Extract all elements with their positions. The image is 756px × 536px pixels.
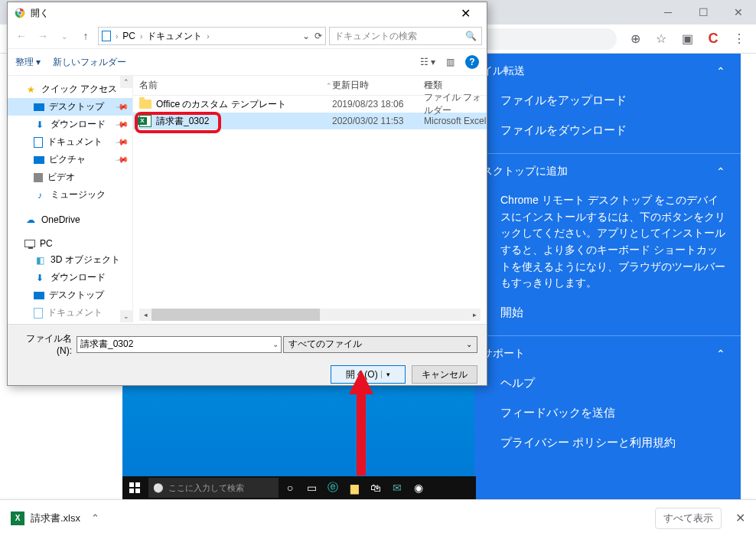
combo-dropdown-icon[interactable]: ⌄: [272, 340, 279, 348]
chevron-up-icon[interactable]: ⌃: [91, 512, 99, 524]
mail-icon[interactable]: ✉: [387, 477, 407, 498]
file-row-selected[interactable]: 請求書_0302 2020/03/02 11:53 Microsoft Exce…: [133, 113, 487, 129]
breadcrumb-documents[interactable]: ドキュメント: [147, 30, 202, 43]
help-icon[interactable]: ?: [465, 55, 479, 69]
file-list: 名前⌃ 更新日時 種類 Office のカスタム テンプレート 2019/08/…: [133, 76, 487, 322]
col-name[interactable]: 名前⌃: [139, 79, 332, 92]
col-type[interactable]: 種類: [424, 79, 487, 92]
downloads-icon: ⬇: [34, 272, 46, 284]
view-options-button[interactable]: ☷ ▾: [420, 57, 435, 67]
pin-icon: 📌: [115, 152, 129, 167]
nav-up-button[interactable]: ↑: [77, 27, 95, 45]
start-item[interactable]: 開始: [474, 298, 741, 328]
taskbar: ⚪ ここに入力して検索 ○ ▭ ⓔ ▆ 🛍 ✉ ◉: [122, 476, 476, 499]
section-label: スクトップに追加: [482, 165, 568, 178]
dialog-title: 開く: [31, 7, 49, 20]
breadcrumb-pc[interactable]: PC: [122, 31, 135, 41]
tree-music[interactable]: ♪ミュージック: [8, 186, 132, 204]
dialog-footer: ファイル名(N): ⌄ すべてのファイル ⌄ 開く(O)▾ キャンセル: [8, 324, 487, 385]
nav-back-button[interactable]: ←: [12, 27, 31, 45]
tree-3d-objects[interactable]: ◧3D オブジェクト: [8, 251, 132, 269]
search-placeholder: ドキュメントの検索: [334, 30, 417, 43]
download-filename: 請求書.xlsx: [31, 511, 80, 525]
pin-icon: 📌: [115, 135, 129, 149]
file-type: ファイル フォルダー: [424, 91, 487, 117]
chrome-menu-icon[interactable]: ⋮: [732, 31, 747, 47]
path-refresh-icon[interactable]: ⟳: [314, 31, 322, 41]
path-dropdown-icon[interactable]: ⌄: [302, 31, 310, 41]
cancel-button[interactable]: キャンセル: [412, 365, 477, 384]
tree-desktop-2[interactable]: デスクトップ: [8, 286, 132, 304]
tree-videos[interactable]: ビデオ: [8, 168, 132, 186]
tree-downloads[interactable]: ⬇ダウンロード📌: [8, 116, 132, 133]
open-split-icon[interactable]: ▾: [381, 371, 390, 378]
documents-icon: [34, 308, 43, 319]
upload-file-item[interactable]: ファイルをアップロード: [474, 86, 741, 116]
desktop-icon: [34, 292, 44, 299]
scroll-right-icon[interactable]: ▸: [468, 309, 481, 321]
preview-pane-button[interactable]: ▥: [446, 57, 455, 67]
tree-desktop[interactable]: デスクトップ📌: [8, 98, 132, 116]
taskview-icon[interactable]: ▭: [301, 477, 321, 498]
tree-scroll-up[interactable]: ⌃: [120, 76, 132, 88]
folder-type-icon: [102, 31, 111, 41]
chevron-up-icon: ⌃: [716, 65, 725, 77]
col-modified[interactable]: 更新日時: [332, 79, 424, 92]
file-row[interactable]: Office のカスタム テンプレート 2019/08/23 18:06 ファイ…: [133, 96, 487, 113]
new-folder-button[interactable]: 新しいフォルダー: [53, 56, 126, 69]
section-label: イル転送: [482, 64, 525, 78]
feedback-item[interactable]: フィードバックを送信: [474, 398, 741, 428]
install-icon[interactable]: ⊕: [627, 31, 643, 47]
show-all-button[interactable]: すべて表示: [655, 508, 722, 529]
file-type: Microsoft Excel: [424, 116, 487, 126]
download-item[interactable]: X 請求書.xlsx ⌃: [11, 511, 99, 525]
breadcrumb[interactable]: › PC › ドキュメント › ⌄ ⟳: [98, 27, 326, 45]
taskbar-search[interactable]: ⚪ ここに入力して検索: [148, 478, 279, 498]
tree-pictures[interactable]: ピクチャ📌: [8, 151, 132, 168]
pin-icon: 📌: [115, 100, 129, 114]
section-file-transfer[interactable]: イル転送 ⌃: [474, 54, 741, 86]
nav-recent-button[interactable]: ⌄: [55, 27, 73, 45]
chrome-taskbar-icon[interactable]: ◉: [409, 477, 429, 498]
scroll-thumb[interactable]: [152, 309, 320, 321]
help-item[interactable]: ヘルプ: [474, 368, 741, 398]
section-add-desktop[interactable]: スクトップに追加 ⌃: [474, 154, 741, 186]
tree-downloads-2[interactable]: ⬇ダウンロード: [8, 269, 132, 286]
extension-c-icon[interactable]: C: [705, 31, 721, 47]
cortana-icon[interactable]: ○: [280, 477, 300, 498]
privacy-item[interactable]: プライバシー ポリシーと利用規約: [474, 428, 741, 458]
dialog-close-button[interactable]: ✕: [450, 3, 481, 23]
maximize-button[interactable]: ☐: [686, 0, 721, 25]
filename-input[interactable]: [77, 336, 282, 353]
start-button[interactable]: [122, 476, 147, 499]
horizontal-scrollbar[interactable]: ◂ ▸: [139, 309, 481, 321]
downloads-icon: ⬇: [34, 119, 46, 131]
close-download-bar[interactable]: ✕: [735, 511, 745, 525]
chevron-right-icon: ›: [116, 32, 118, 41]
open-button[interactable]: 開く(O)▾: [331, 365, 406, 384]
tree-scroll-down[interactable]: ⌄: [120, 310, 132, 322]
svg-rect-1: [135, 482, 140, 487]
scroll-left-icon[interactable]: ◂: [139, 309, 152, 321]
extension-icon[interactable]: ▣: [679, 31, 695, 47]
chevron-right-icon: ›: [207, 32, 209, 41]
organize-menu[interactable]: 整理 ▾: [15, 56, 41, 69]
tree-documents[interactable]: ドキュメント📌: [8, 133, 132, 151]
nav-forward-button[interactable]: →: [34, 27, 52, 45]
section-support[interactable]: サポート ⌃: [474, 336, 741, 368]
tree-quick-access[interactable]: ★クイック アクセス: [8, 80, 132, 98]
close-button[interactable]: ✕: [721, 0, 756, 25]
download-file-item[interactable]: ファイルをダウンロード: [474, 116, 741, 145]
store-icon[interactable]: 🛍: [366, 477, 386, 498]
tree-documents-2[interactable]: ドキュメント: [8, 304, 132, 322]
edge-icon[interactable]: ⓔ: [323, 477, 343, 498]
remote-panel: イル転送 ⌃ ファイルをアップロード ファイルをダウンロード スクトップに追加 …: [474, 54, 741, 499]
tree-pc[interactable]: PC: [8, 236, 132, 251]
file-type-filter[interactable]: すべてのファイル ⌄: [283, 336, 477, 353]
minimize-button[interactable]: ─: [650, 0, 686, 25]
dialog-search[interactable]: ドキュメントの検索 🔍: [329, 27, 482, 45]
pc-icon: [24, 240, 35, 247]
tree-onedrive[interactable]: ☁OneDrive: [8, 211, 132, 228]
explorer-icon[interactable]: ▆: [344, 477, 364, 498]
bookmark-icon[interactable]: ☆: [653, 31, 669, 47]
